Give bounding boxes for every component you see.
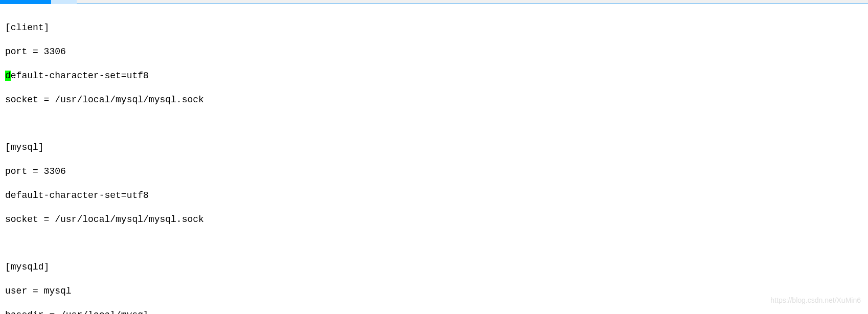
config-line: [client] — [5, 22, 863, 34]
config-line: [mysqld] — [5, 261, 863, 273]
cursor-position: d — [5, 71, 11, 81]
title-bar — [0, 0, 868, 4]
config-line: default-character-set=utf8 — [5, 190, 863, 201]
config-text: efault-character-set=utf8 — [11, 71, 149, 81]
blank-line — [5, 237, 863, 249]
config-line: basedir = /usr/local/mysql — [5, 309, 863, 314]
editor-content[interactable]: [client] port = 3306 default-character-s… — [0, 4, 868, 314]
config-line: socket = /usr/local/mysql/mysql.sock — [5, 94, 863, 106]
config-line: default-character-set=utf8 — [5, 70, 863, 82]
blank-line — [5, 118, 863, 130]
config-line: [mysql] — [5, 142, 863, 153]
title-bar-accent-light — [51, 0, 77, 4]
config-line: socket = /usr/local/mysql/mysql.sock — [5, 214, 863, 226]
title-bar-accent — [0, 0, 51, 4]
config-line: port = 3306 — [5, 46, 863, 58]
config-line: port = 3306 — [5, 166, 863, 177]
config-line: user = mysql — [5, 285, 863, 297]
